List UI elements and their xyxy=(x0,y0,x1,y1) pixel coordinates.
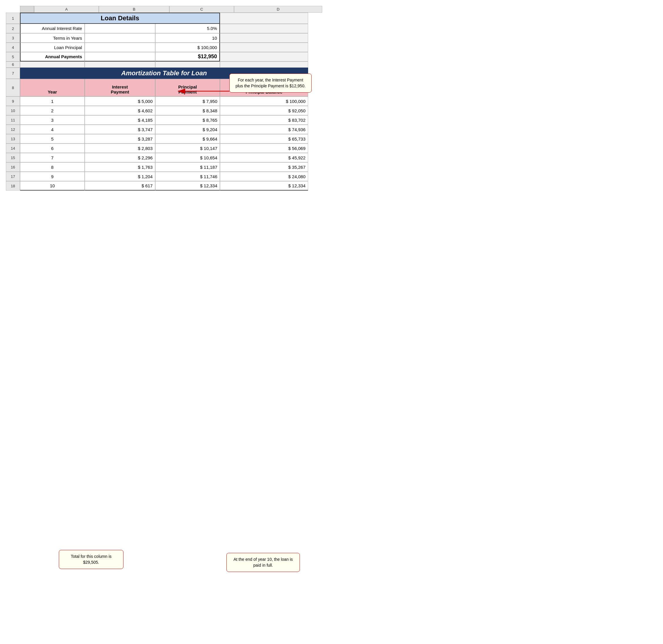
row-8: 8 Year Interest Payment Principal Paymen… xyxy=(6,79,657,96)
row-num-3: 3 xyxy=(6,33,20,43)
header-interest-line2: Payment xyxy=(111,89,129,94)
header-interest: Interest Payment xyxy=(85,79,155,96)
row-num-9: 9 xyxy=(6,96,20,106)
row1-col-d xyxy=(220,13,308,24)
principal-value: $ 100,000 xyxy=(155,43,220,52)
spreadsheet: A B C D 1 Loan Details 2 Annual Interest… xyxy=(6,6,657,190)
annual-payments-value-cell: $12,950 xyxy=(155,52,220,62)
row-15: 15 7 $ 2,296 $ 10,654 $ 45,922 xyxy=(6,153,657,162)
interest-rate-label-a: Annual Interest Rate xyxy=(20,24,85,33)
interest-rate-value-text: 5.0% xyxy=(207,26,217,31)
row-9: 9 1 $ 5,000 $ 7,950 $ 100,000 xyxy=(6,96,657,106)
row-num-14: 14 xyxy=(6,143,20,153)
data-principal-13: $ 9,664 xyxy=(155,134,220,143)
annual-payments-label-a: Annual Payments xyxy=(20,52,85,62)
row-num-11: 11 xyxy=(6,115,20,125)
header-principal: Principal Payment xyxy=(155,79,220,96)
data-beginning-18: $ 12,334 xyxy=(220,181,308,190)
terms-value-text: 10 xyxy=(212,36,217,41)
row-num-6: 6 xyxy=(6,62,20,68)
data-beginning-11: $ 83,702 xyxy=(220,115,308,125)
data-year-18: 10 xyxy=(20,181,85,190)
data-year-16: 8 xyxy=(20,162,85,172)
data-year-15: 7 xyxy=(20,153,85,162)
terms-label-a: Terms in Years xyxy=(20,33,85,43)
data-year-17: 9 xyxy=(20,172,85,181)
data-principal-14: $ 10,147 xyxy=(155,143,220,153)
row-17: 17 9 $ 1,204 $ 11,746 $ 24,080 xyxy=(6,172,657,181)
row-num-15: 15 xyxy=(6,153,20,162)
row-num-16: 16 xyxy=(6,162,20,172)
row-12: 12 4 $ 3,747 $ 9,204 $ 74,936 xyxy=(6,125,657,134)
interest-rate-label-b xyxy=(85,24,155,33)
row-num-7: 7 xyxy=(6,68,20,79)
data-beginning-12: $ 74,936 xyxy=(220,125,308,134)
annual-payments-value-text: $12,950 xyxy=(198,53,217,60)
principal-label-a: Loan Principal xyxy=(20,43,85,52)
row6-col-d xyxy=(220,62,308,68)
interest-rate-label-text: Annual Interest Rate xyxy=(42,26,82,31)
callout-annual-payments: For each year, the Interest Payment plus… xyxy=(229,73,312,93)
row-1: 1 Loan Details xyxy=(6,13,657,24)
data-interest-11: $ 4,185 xyxy=(85,115,155,125)
data-principal-12: $ 9,204 xyxy=(155,125,220,134)
col-header-b[interactable]: B xyxy=(99,6,169,13)
header-principal-line1: Principal xyxy=(178,85,197,89)
col-header-d[interactable]: D xyxy=(234,6,322,13)
row3-col-d xyxy=(220,33,308,43)
data-interest-14: $ 2,803 xyxy=(85,143,155,153)
row6-col-a xyxy=(20,62,85,68)
principal-value-text: $ 100,000 xyxy=(197,45,217,50)
data-interest-16: $ 1,763 xyxy=(85,162,155,172)
row-11: 11 3 $ 4,185 $ 8,765 $ 83,702 xyxy=(6,115,657,125)
row-5: 5 Annual Payments $12,950 xyxy=(6,52,657,62)
row-16: 16 8 $ 1,763 $ 11,187 $ 35,267 xyxy=(6,162,657,172)
data-interest-9: $ 5,000 xyxy=(85,96,155,106)
row2-col-d xyxy=(220,24,308,33)
callout-bottom-right-text: At the end of year 10, the loan is paid … xyxy=(233,557,293,568)
data-principal-18: $ 12,334 xyxy=(155,181,220,190)
data-beginning-17: $ 24,080 xyxy=(220,172,308,181)
terms-label-text: Terms in Years xyxy=(53,36,82,41)
callout-loan-paid: At the end of year 10, the loan is paid … xyxy=(226,553,300,572)
data-beginning-16: $ 35,267 xyxy=(220,162,308,172)
row-num-17: 17 xyxy=(6,172,20,181)
row-3: 3 Terms in Years 10 xyxy=(6,33,657,43)
data-interest-12: $ 3,747 xyxy=(85,125,155,134)
principal-label-b xyxy=(85,43,155,52)
data-interest-17: $ 1,204 xyxy=(85,172,155,181)
column-headers: A B C D xyxy=(20,6,657,13)
row-10: 10 2 $ 4,602 $ 8,348 $ 92,050 xyxy=(6,106,657,115)
annual-payments-label-b xyxy=(85,52,155,62)
row4-col-d xyxy=(220,43,308,52)
callout-top-right-text: For each year, the Interest Payment plus… xyxy=(235,78,305,88)
data-principal-9: $ 7,950 xyxy=(155,96,220,106)
row-num-5: 5 xyxy=(6,52,20,62)
col-header-a[interactable]: A xyxy=(34,6,99,13)
row6-col-b xyxy=(85,62,155,68)
row-6: 6 xyxy=(6,62,657,68)
callout-bottom-left-text: Total for this column is $29,505. xyxy=(71,554,112,565)
amort-title-text: Amortization Table for Loan xyxy=(121,69,207,77)
corner-cell xyxy=(20,6,34,13)
terms-value: 10 xyxy=(155,33,220,43)
row-num-18: 18 xyxy=(6,181,20,190)
loan-details-title-cell: Loan Details xyxy=(20,13,220,24)
data-principal-16: $ 11,187 xyxy=(155,162,220,172)
row-num-12: 12 xyxy=(6,125,20,134)
row-num-8: 8 xyxy=(6,79,20,96)
terms-label-b xyxy=(85,33,155,43)
data-year-9: 1 xyxy=(20,96,85,106)
row-num-13: 13 xyxy=(6,134,20,143)
data-beginning-14: $ 56,069 xyxy=(220,143,308,153)
data-principal-15: $ 10,654 xyxy=(155,153,220,162)
data-year-12: 4 xyxy=(20,125,85,134)
data-year-11: 3 xyxy=(20,115,85,125)
data-interest-15: $ 2,296 xyxy=(85,153,155,162)
row-4: 4 Loan Principal $ 100,000 xyxy=(6,43,657,52)
loan-details-title: Loan Details xyxy=(101,15,139,22)
data-interest-10: $ 4,602 xyxy=(85,106,155,115)
row5-col-d xyxy=(220,52,308,62)
header-year-text: Year xyxy=(48,89,57,94)
col-header-c[interactable]: C xyxy=(169,6,234,13)
